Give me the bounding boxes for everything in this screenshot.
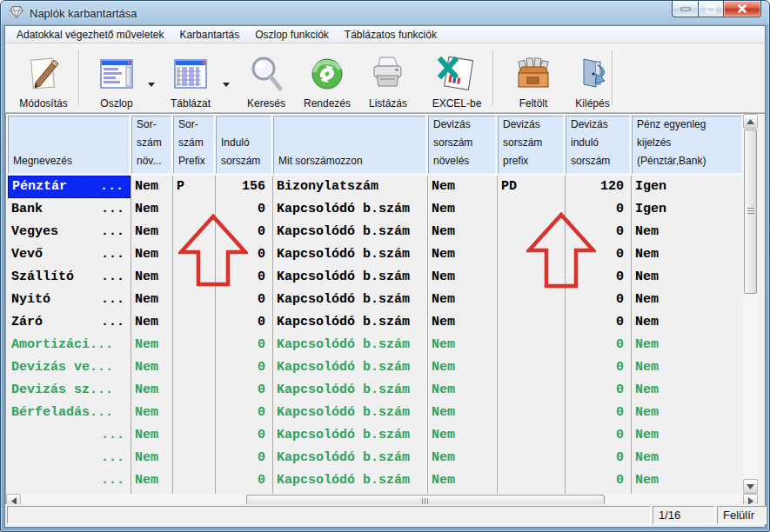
cell-sorszam-noveles[interactable]: Nem	[131, 356, 172, 379]
cell-devizas-indulo-sorszam[interactable]: 0	[566, 379, 631, 402]
cell-indulo-sorszam[interactable]: 0	[216, 469, 272, 492]
table-row[interactable]: Amortizáci...Nem0Kapcsolódó b.számNem0Ne…	[6, 334, 743, 356]
cell-sorszam-noveles[interactable]: Nem	[131, 221, 172, 243]
cell-devizas-indulo-sorszam[interactable]: 0	[566, 447, 631, 469]
cell-indulo-sorszam[interactable]: 156	[216, 176, 272, 198]
menu-oszlop-funkciok[interactable]: Oszlop funkciók	[247, 27, 337, 43]
cell-indulo-sorszam[interactable]: 0	[216, 447, 272, 469]
cell-devizas-sorszam-prefix[interactable]	[498, 334, 565, 356]
cell-sorszam-prefix[interactable]	[173, 311, 215, 334]
cell-mit-sorszamozzon[interactable]: Kapcsolódó b.szám	[273, 198, 427, 221]
column-header-megnevezes[interactable]: Megnevezés	[8, 116, 130, 174]
cell-sorszam-prefix[interactable]	[173, 266, 215, 289]
cell-indulo-sorszam[interactable]: 0	[216, 334, 272, 356]
cell-megnevezes[interactable]: Nyitó...	[8, 289, 131, 311]
column-header-sorszam-noveles[interactable]: Sor-számnöv...	[131, 116, 171, 174]
cell-devizas-sorszam-noveles[interactable]: Nem	[428, 469, 497, 492]
vertical-scroll-thumb[interactable]	[744, 130, 757, 294]
cell-mit-sorszamozzon[interactable]: Bizonylatszám	[273, 176, 427, 198]
cell-devizas-sorszam-prefix[interactable]	[498, 198, 565, 221]
cell-devizas-sorszam-noveles[interactable]: Nem	[428, 402, 497, 424]
menu-karbantartas[interactable]: Karbantartás	[171, 27, 247, 43]
cell-sorszam-prefix[interactable]: P	[173, 176, 215, 198]
cell-penz-egyenleg-kijelzes[interactable]: Nem	[632, 379, 743, 402]
cell-penz-egyenleg-kijelzes[interactable]: Nem	[632, 311, 743, 334]
cell-devizas-indulo-sorszam[interactable]: 0	[566, 266, 631, 289]
chevron-down-icon[interactable]	[148, 75, 155, 90]
cell-devizas-sorszam-noveles[interactable]: Nem	[428, 243, 497, 266]
table-row[interactable]: Bérfeladás...Nem0Kapcsolódó b.számNem0Ne…	[6, 402, 743, 424]
cell-sorszam-noveles[interactable]: Nem	[131, 469, 172, 492]
cell-penz-egyenleg-kijelzes[interactable]: Nem	[632, 221, 743, 243]
cell-devizas-indulo-sorszam[interactable]: 0	[566, 469, 631, 492]
cell-devizas-sorszam-noveles[interactable]: Nem	[428, 334, 497, 356]
cell-sorszam-noveles[interactable]: Nem	[131, 424, 172, 447]
cell-sorszam-noveles[interactable]: Nem	[131, 402, 172, 424]
cell-devizas-indulo-sorszam[interactable]: 0	[566, 198, 631, 221]
cell-mit-sorszamozzon[interactable]: Kapcsolódó b.szám	[273, 334, 427, 356]
column-header-devizas-sorszam-prefix[interactable]: Devizássorszámprefix	[498, 116, 564, 174]
cell-megnevezes[interactable]: ...	[8, 424, 131, 447]
cell-penz-egyenleg-kijelzes[interactable]: Nem	[632, 469, 743, 492]
cell-devizas-sorszam-noveles[interactable]: Nem	[428, 266, 497, 289]
cell-mit-sorszamozzon[interactable]: Kapcsolódó b.szám	[273, 379, 427, 402]
cell-mit-sorszamozzon[interactable]: Kapcsolódó b.szám	[273, 447, 427, 469]
cell-megnevezes[interactable]: Amortizáci...	[8, 334, 131, 356]
cell-devizas-sorszam-prefix[interactable]	[498, 289, 565, 311]
cell-mit-sorszamozzon[interactable]: Kapcsolódó b.szám	[273, 424, 427, 447]
vertical-scrollbar[interactable]	[743, 114, 758, 494]
table-row[interactable]: Devizás ve...Nem0Kapcsolódó b.számNem0Ne…	[6, 356, 743, 379]
cell-devizas-sorszam-prefix[interactable]	[498, 469, 565, 492]
cell-penz-egyenleg-kijelzes[interactable]: Nem	[632, 447, 743, 469]
chevron-down-icon[interactable]	[223, 75, 230, 90]
cell-indulo-sorszam[interactable]: 0	[216, 402, 272, 424]
cell-devizas-sorszam-noveles[interactable]: Nem	[428, 289, 497, 311]
cell-megnevezes[interactable]: Pénztár...	[8, 176, 131, 198]
column-header-mit-sorszamozzon[interactable]: Mit sorszámozzon	[273, 116, 426, 174]
cell-devizas-sorszam-prefix[interactable]	[498, 356, 565, 379]
cell-megnevezes[interactable]: Záró...	[8, 311, 131, 334]
table-row[interactable]: Pénztár...NemP156BizonylatszámNemPD120Ig…	[6, 176, 743, 198]
minimize-button[interactable]	[672, 1, 699, 17]
cell-devizas-sorszam-noveles[interactable]: Nem	[428, 221, 497, 243]
cell-megnevezes[interactable]: Bank...	[8, 198, 131, 221]
cell-mit-sorszamozzon[interactable]: Kapcsolódó b.szám	[273, 266, 427, 289]
cell-sorszam-prefix[interactable]	[173, 243, 215, 266]
cell-sorszam-prefix[interactable]	[173, 424, 215, 447]
cell-penz-egyenleg-kijelzes[interactable]: Nem	[632, 334, 743, 356]
cell-sorszam-noveles[interactable]: Nem	[131, 198, 172, 221]
cell-megnevezes[interactable]: Vegyes...	[8, 221, 131, 243]
cell-devizas-indulo-sorszam[interactable]: 0	[566, 356, 631, 379]
cell-megnevezes[interactable]: ...	[8, 469, 131, 492]
cell-megnevezes[interactable]: Bérfeladás...	[8, 402, 131, 424]
toolbar-button-oszlop[interactable]: Oszlop	[89, 47, 144, 110]
column-header-devizas-indulo-sorszam[interactable]: Devizásindulósorszám	[566, 116, 630, 174]
cell-devizas-sorszam-noveles[interactable]: Nem	[428, 379, 497, 402]
cell-mit-sorszamozzon[interactable]: Kapcsolódó b.szám	[273, 289, 427, 311]
cell-devizas-sorszam-prefix[interactable]	[498, 266, 565, 289]
cell-devizas-indulo-sorszam[interactable]: 0	[566, 402, 631, 424]
cell-devizas-sorszam-prefix[interactable]: PD	[498, 176, 565, 198]
cell-sorszam-noveles[interactable]: Nem	[131, 311, 172, 334]
table-row[interactable]: Záró...Nem0Kapcsolódó b.számNem0Nem	[6, 311, 743, 334]
cell-penz-egyenleg-kijelzes[interactable]: Nem	[632, 356, 743, 379]
cell-penz-egyenleg-kijelzes[interactable]: Nem	[632, 266, 743, 289]
cell-devizas-sorszam-noveles[interactable]: Nem	[428, 447, 497, 469]
titlebar[interactable]: Naplók karbantartása	[1, 1, 769, 25]
toolbar-button-feltolt[interactable]: Feltölt	[505, 47, 562, 110]
cell-devizas-sorszam-prefix[interactable]	[498, 379, 565, 402]
cell-indulo-sorszam[interactable]: 0	[216, 311, 272, 334]
column-header-devizas-sorszam-noveles[interactable]: Devizássorszámnövelés	[428, 116, 496, 174]
table-row[interactable]: ...Nem0Kapcsolódó b.számNem0Nem	[6, 447, 743, 469]
cell-mit-sorszamozzon[interactable]: Kapcsolódó b.szám	[273, 243, 427, 266]
cell-devizas-sorszam-prefix[interactable]	[498, 221, 565, 243]
cell-sorszam-prefix[interactable]	[173, 447, 215, 469]
cell-indulo-sorszam[interactable]: 0	[216, 424, 272, 447]
cell-megnevezes[interactable]: Devizás ve...	[8, 356, 131, 379]
cell-devizas-indulo-sorszam[interactable]: 0	[566, 424, 631, 447]
cell-penz-egyenleg-kijelzes[interactable]: Nem	[632, 402, 743, 424]
cell-mit-sorszamozzon[interactable]: Kapcsolódó b.szám	[273, 469, 427, 492]
column-header-penz-egyenleg-kijelzes[interactable]: Pénz egyenlegkijelzés(Pénztár,Bank)	[632, 116, 742, 174]
column-header-indulo-sorszam[interactable]: Indulósorszám	[216, 116, 271, 174]
table-row[interactable]: Nyitó...Nem0Kapcsolódó b.számNem0Nem	[6, 289, 743, 311]
